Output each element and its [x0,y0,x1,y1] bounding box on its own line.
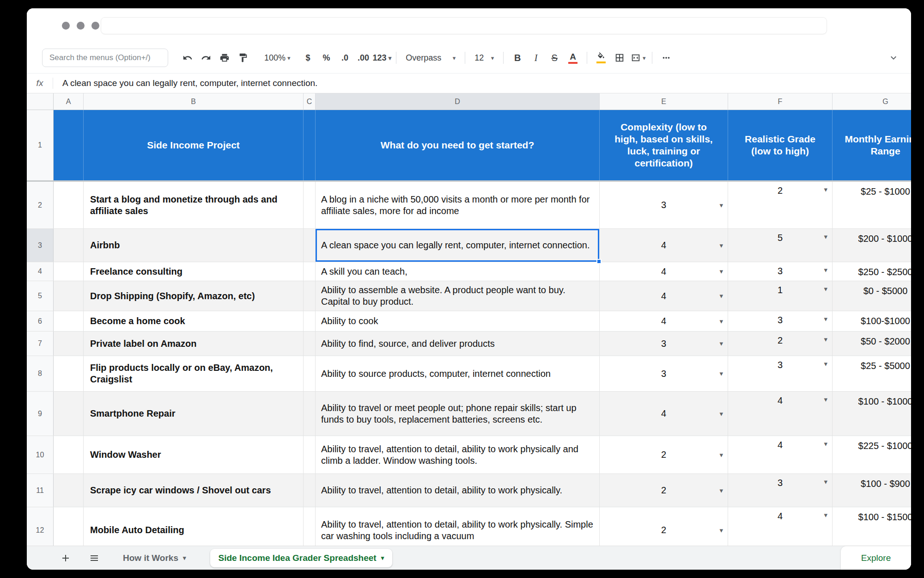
fill-handle[interactable] [596,259,602,264]
close-window-button[interactable] [62,22,70,30]
dropdown-icon[interactable]: ▾ [719,339,723,348]
bold-button[interactable]: B [508,49,527,67]
cell-D3[interactable]: A clean space you can legally rent, comp… [316,229,600,262]
cell-C10[interactable] [304,436,316,473]
cell-G11[interactable]: $100 - $900 [833,474,911,507]
row-header-10[interactable]: 10 [27,436,54,473]
dropdown-icon[interactable]: ▾ [824,315,827,324]
cell-B9[interactable]: Smartphone Repair [84,392,304,436]
hide-menus-button[interactable] [884,49,903,67]
column-header-a[interactable]: A [54,93,84,110]
dropdown-icon[interactable]: ▾ [719,526,723,535]
cell-C6[interactable] [304,311,316,331]
cell-G2[interactable]: $25 - $1000 [833,182,911,228]
formula-input[interactable]: A clean space you can legally rent, comp… [62,78,317,88]
cell-E4[interactable]: 4▾ [600,262,728,281]
cell-B2[interactable]: Start a blog and monetize through ads an… [84,182,304,228]
cell-A12[interactable] [54,507,84,546]
cell-F7[interactable]: 2▾ [728,332,833,356]
cell-B5[interactable]: Drop Shipping (Shopify, Amazon, etc) [84,281,304,311]
row-header-2[interactable]: 2 [27,182,54,228]
cell-D2[interactable]: A blog in a niche with 50,000 visits a m… [316,182,600,228]
dropdown-icon[interactable]: ▾ [719,267,723,276]
font-size-select[interactable]: 12 ▾ [470,49,498,67]
cell-E6[interactable]: 4▾ [600,311,728,331]
cell-A2[interactable] [54,182,84,228]
cell-F2[interactable]: 2▾ [728,182,833,228]
cell-G6[interactable]: $100-$1000 [833,311,911,331]
column-header-e[interactable]: E [600,93,728,110]
cell-C3[interactable] [304,229,316,262]
cell-D4[interactable]: A skill you can teach, [316,262,600,281]
zoom-window-button[interactable] [91,22,99,30]
cell-G12[interactable]: $100 - $1500 [833,507,911,546]
dropdown-icon[interactable]: ▾ [719,292,723,301]
cell-B8[interactable]: Flip products locally or on eBay, Amazon… [84,356,304,391]
fill-color-button[interactable] [592,49,610,67]
cell-G7[interactable]: $50 - $2000 [833,332,911,356]
explore-button[interactable]: Explore [841,546,911,570]
cell-B11[interactable]: Scrape icy car windows / Shovel out cars [84,474,304,507]
dropdown-icon[interactable]: ▾ [824,511,827,520]
row-header-1[interactable]: 1 [27,110,54,180]
header-cell-C1[interactable] [304,110,316,180]
cell-D6[interactable]: Ability to cook [316,311,600,331]
dropdown-icon[interactable]: ▾ [719,201,723,209]
cell-F5[interactable]: 1▾ [728,281,833,311]
cell-A3[interactable] [54,229,84,262]
header-cell-complexity[interactable]: Complexity (low to high, based on skills… [600,110,728,180]
header-cell-project[interactable]: Side Income Project [84,110,304,180]
cell-D8[interactable]: Ability to source products, computer, in… [316,356,600,391]
cell-E12[interactable]: 2▾ [600,507,728,546]
cell-E3[interactable]: 4▾ [600,229,728,262]
format-percent-button[interactable]: % [317,49,336,67]
cell-B10[interactable]: Window Washer [84,436,304,473]
dropdown-icon[interactable]: ▾ [824,233,827,241]
formula-bar[interactable]: fx A clean space you can legally rent, c… [27,73,911,93]
cell-A6[interactable] [54,311,84,331]
cell-C12[interactable] [304,507,316,546]
all-sheets-button[interactable] [86,550,103,566]
cell-F4[interactable]: 3▾ [728,262,833,281]
cell-F11[interactable]: 3▾ [728,474,833,507]
cell-A10[interactable] [54,436,84,473]
column-header-b[interactable]: B [84,93,304,110]
dropdown-icon[interactable]: ▾ [824,335,827,344]
sheet-tab-side-income-idea-grader[interactable]: Side Income Idea Grader Spreadsheet ▾ [210,549,393,567]
column-header-g[interactable]: G [833,93,911,110]
cell-G9[interactable]: $100 - $1000 [833,392,911,436]
cell-E8[interactable]: 3▾ [600,356,728,391]
cell-G5[interactable]: $0 - $5000 [833,281,911,311]
row-header-4[interactable]: 4 [27,262,54,281]
cell-B4[interactable]: Freelance consulting [84,262,304,281]
dropdown-icon[interactable]: ▾ [719,369,723,378]
font-family-select[interactable]: Overpass ▾ [401,49,460,67]
header-cell-A1[interactable] [54,110,84,180]
row-header-7[interactable]: 7 [27,332,54,356]
text-color-button[interactable]: A [564,49,582,67]
cell-A9[interactable] [54,392,84,436]
cell-B12[interactable]: Mobile Auto Detailing [84,507,304,546]
select-all-corner[interactable] [27,93,54,110]
cell-F6[interactable]: 3▾ [728,311,833,331]
row-header-12[interactable]: 12 [27,507,54,546]
cell-D7[interactable]: Ability to find, source, and deliver pro… [316,332,600,356]
row-header-8[interactable]: 8 [27,356,54,391]
cell-B6[interactable]: Become a home cook [84,311,304,331]
cell-A7[interactable] [54,332,84,356]
more-formats-button[interactable]: 123 ▾ [373,49,392,67]
cell-G3[interactable]: $200 - $1000 [833,229,911,262]
cell-D12[interactable]: Ability to travel, attention to detail, … [316,507,600,546]
cell-E11[interactable]: 2▾ [600,474,728,507]
cell-C5[interactable] [304,281,316,311]
cell-F10[interactable]: 4▾ [728,436,833,473]
cell-F9[interactable]: 4▾ [728,392,833,436]
dropdown-icon[interactable]: ▾ [824,478,827,486]
undo-button[interactable] [178,49,197,67]
cell-F8[interactable]: 3▾ [728,356,833,391]
add-sheet-button[interactable] [57,550,74,566]
cell-D9[interactable]: Ability to travel or meet people out; ph… [316,392,600,436]
header-cell-grade[interactable]: Realistic Grade (low to high) [728,110,833,180]
dropdown-icon[interactable]: ▾ [824,266,827,275]
print-button[interactable] [215,49,234,67]
